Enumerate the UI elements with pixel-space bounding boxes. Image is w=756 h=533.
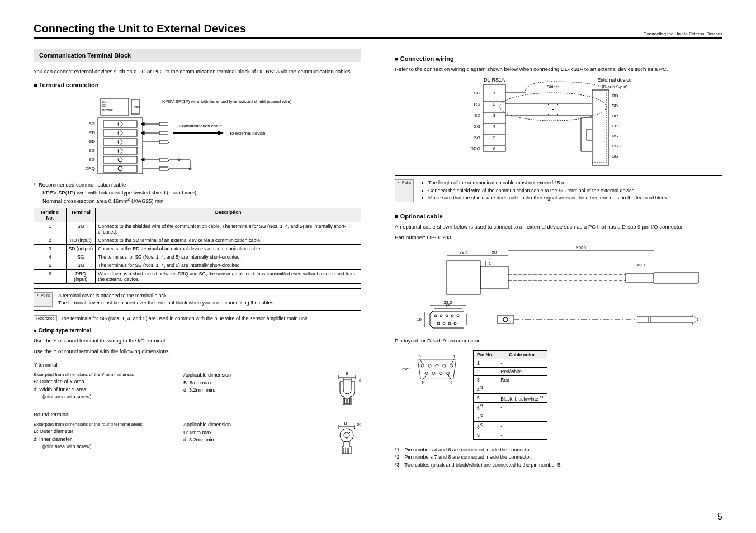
svg-point-147 — [450, 364, 453, 367]
table-row: 9- — [474, 431, 547, 439]
point-label-box: ↖ Point — [34, 292, 53, 306]
footnote-line: *1 Pin numbers 4 and 6 are connected ins… — [395, 446, 722, 454]
svg-text:SG: SG — [612, 154, 618, 159]
svg-point-119 — [451, 315, 453, 317]
terminal-table: Terminal No. Terminal Description 1SGCon… — [34, 208, 361, 284]
round-terminal-dims: Applicable dimension B: 6mm max. d: 3.2m… — [183, 421, 316, 444]
svg-text:3: 3 — [493, 113, 496, 118]
svg-text:ø7.1: ø7.1 — [637, 263, 646, 268]
intro-text: You can connect external devices such as… — [34, 68, 361, 75]
svg-text:DL-RS1A: DL-RS1A — [484, 77, 505, 83]
svg-text:RD: RD — [474, 102, 480, 107]
svg-point-121 — [437, 322, 440, 325]
svg-text:DR: DR — [612, 113, 618, 118]
svg-text:Shield: Shield — [547, 84, 559, 89]
svg-point-151 — [447, 372, 450, 374]
svg-point-19 — [118, 140, 122, 144]
dsub-connector-diagram: Front 5 1 9 6 — [395, 348, 462, 393]
svg-point-144 — [428, 364, 431, 367]
table-row: 3Red — [474, 375, 547, 384]
optional-intro: An optional cable shown below is used to… — [395, 223, 722, 230]
svg-text:SD: SD — [612, 103, 618, 108]
rec-cable-note: * Recommended communication cable KPEV-S… — [34, 181, 361, 204]
svg-text:5000: 5000 — [576, 245, 586, 250]
round-terminal-title: Round terminal — [34, 411, 361, 418]
terminal-block-diagram: RDSDPOWER OFF KPEV-SP(1P) wire with bala… — [34, 93, 291, 177]
svg-point-146 — [443, 364, 446, 367]
svg-text:RS: RS — [612, 134, 618, 139]
wiring-diagram: DL-RS1A SGRDSDSGSGDRQ 123456 External de… — [441, 76, 676, 171]
svg-text:5: 5 — [493, 135, 496, 140]
svg-text:1: 1 — [453, 354, 456, 358]
section-bar-comm-terminal: Communication Terminal Block — [34, 49, 361, 62]
svg-text:SG: SG — [88, 148, 95, 153]
svg-text:SG: SG — [474, 91, 480, 96]
table-row: 2RD (input)Connects to the SD terminal o… — [34, 236, 361, 245]
table-row: 7*2- — [474, 412, 547, 422]
svg-text:To external device: To external device — [229, 131, 266, 136]
svg-text:1: 1 — [489, 261, 491, 265]
svg-rect-102 — [447, 261, 480, 294]
svg-text:6: 6 — [450, 380, 452, 384]
svg-point-96 — [500, 93, 606, 121]
table-row: 1SGConnects to the shielded wire of the … — [34, 222, 361, 236]
svg-text:16: 16 — [417, 317, 422, 322]
crimp-line1: Use the Y or round terminal for wiring t… — [34, 337, 361, 344]
point-label-box-right: ↖ Point — [395, 179, 414, 202]
left-column: Communication Terminal Block You can con… — [34, 49, 361, 469]
svg-point-21 — [118, 149, 122, 153]
svg-text:DRQ: DRQ — [470, 146, 480, 151]
svg-text:39.5: 39.5 — [459, 250, 468, 255]
connection-wiring-heading: Connection wiring — [395, 55, 722, 62]
svg-text:Communication cable: Communication cable — [179, 123, 222, 129]
svg-text:SD: SD — [89, 139, 95, 144]
svg-text:25: 25 — [446, 304, 450, 308]
round-terminal-specs: Excerpted from dimensions of the round t… — [34, 421, 167, 451]
svg-point-62 — [344, 432, 349, 438]
crimp-heading: Crimp-type terminal — [34, 327, 361, 334]
part-number: Part number: OP-81283 — [395, 234, 722, 241]
svg-text:SG: SG — [88, 121, 95, 126]
svg-text:SD: SD — [102, 104, 106, 107]
reference-label-box: Reference — [34, 315, 57, 321]
svg-point-132 — [503, 317, 508, 322]
svg-point-149 — [432, 372, 435, 374]
svg-text:d: d — [359, 378, 361, 382]
optional-cable-heading: Optional cable — [395, 213, 722, 220]
svg-point-15 — [118, 122, 122, 126]
svg-point-23 — [118, 158, 122, 162]
svg-rect-131 — [497, 316, 514, 323]
svg-point-122 — [443, 322, 445, 325]
svg-point-61 — [340, 429, 353, 442]
svg-point-17 — [118, 131, 122, 135]
y-terminal-title: Y terminal — [34, 361, 361, 368]
svg-point-116 — [434, 315, 437, 317]
right-column: Connection wiring Refer to the connectio… — [395, 49, 722, 469]
footnote-line: *3 Two cables (black and black/white) ar… — [395, 461, 722, 469]
table-row: 3SD (output)Connects to the RD terminal … — [34, 245, 361, 253]
svg-point-120 — [457, 315, 459, 317]
reference-note: Reference The terminals for SG (Nos. 1, … — [34, 315, 361, 322]
wiring-intro: Refer to the connection wiring diagram s… — [395, 65, 722, 73]
svg-text:RD: RD — [88, 130, 95, 135]
svg-text:5: 5 — [419, 354, 421, 358]
svg-point-145 — [436, 364, 438, 367]
svg-text:CS: CS — [612, 144, 618, 149]
y-terminal-specs: Excerpted from dimensions of the Y termi… — [34, 372, 167, 401]
svg-text:SG: SG — [474, 124, 480, 129]
header-right-text: Connecting the Unit to External Devices — [644, 31, 722, 36]
svg-text:OFF: OFF — [134, 106, 140, 109]
svg-text:DRQ: DRQ — [85, 166, 95, 171]
footnotes: *1 Pin numbers 4 and 6 are connected ins… — [395, 446, 722, 469]
table-row: 5Black, black/white *3 — [474, 393, 547, 403]
svg-text:4: 4 — [493, 124, 496, 129]
svg-text:SG: SG — [88, 157, 95, 162]
svg-text:2: 2 — [493, 102, 496, 107]
table-row: 6DRQ (input)When there is a short-circui… — [34, 270, 361, 284]
svg-point-118 — [446, 315, 448, 317]
svg-text:KPEV-SP(1P) wire with balanced: KPEV-SP(1P) wire with balanced type twis… — [162, 99, 291, 104]
svg-rect-103 — [480, 266, 508, 289]
page-number: 5 — [717, 512, 722, 522]
svg-point-25 — [118, 166, 122, 171]
svg-point-123 — [448, 322, 451, 325]
